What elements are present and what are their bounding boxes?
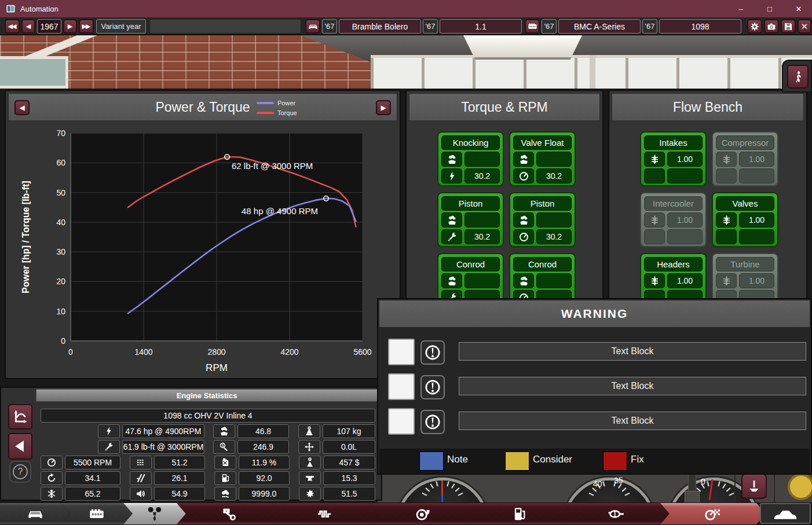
last-year-button[interactable]: ▶▶ — [79, 19, 94, 34]
warning-color-box[interactable] — [388, 408, 415, 435]
yellow-button[interactable] — [788, 473, 812, 500]
card-title: Piston — [441, 196, 500, 211]
engine-variant-field[interactable]: 1098 — [659, 19, 741, 34]
camera-icon — [767, 22, 776, 31]
svg-text:40: 40 — [56, 218, 65, 227]
tab-cylinder-head[interactable] — [123, 503, 186, 524]
tools-icon — [104, 442, 114, 452]
card-icon-box — [441, 152, 462, 167]
stat-value: 5500 RPM — [65, 456, 120, 469]
legend-label: Note — [447, 454, 468, 465]
card-value: 1.00 — [739, 212, 774, 227]
chart-title: Power & Torque — [155, 100, 250, 115]
graph-view-button[interactable] — [8, 404, 32, 429]
screenshot-button[interactable] — [764, 19, 779, 34]
prev-graph-button[interactable]: ◀ — [14, 100, 30, 115]
legend-item: Torque — [257, 108, 297, 118]
failure-cloud-icon — [518, 154, 529, 165]
card-value — [464, 273, 500, 288]
next-year-button[interactable]: ▶ — [63, 19, 77, 34]
radiator-icon-box — [130, 456, 152, 469]
legend-label: Torque — [277, 109, 297, 116]
snowflake-icon-box — [41, 487, 63, 501]
car-overview-button[interactable] — [760, 503, 811, 524]
engine-family-button[interactable] — [525, 19, 540, 34]
warning-icon-button[interactable] — [420, 410, 445, 434]
toolbar-spacer — [149, 19, 301, 34]
card-title: Valve Float — [513, 135, 572, 150]
gear-icon — [750, 22, 759, 31]
engine-statistics-header: Engine Statistics — [36, 389, 378, 402]
legend-swatch — [257, 112, 274, 114]
card-icon-box — [644, 212, 665, 227]
stat-value: 0.0L — [323, 440, 375, 454]
year-display: 1967 — [37, 19, 61, 34]
warning-color-box[interactable] — [388, 373, 415, 400]
muffler-icon — [608, 506, 624, 522]
prev-year-button[interactable]: ◀ — [21, 19, 35, 34]
card-icon-box — [644, 273, 665, 288]
card-value — [536, 273, 572, 288]
card-value: 1.00 — [739, 273, 774, 288]
minimize-button[interactable]: – — [727, 0, 754, 17]
card-empty-box — [644, 229, 665, 244]
settings-button[interactable] — [747, 19, 762, 34]
variant-year-button[interactable]: Variant year — [96, 19, 146, 34]
fuel-pump-icon — [220, 473, 231, 483]
collapse-button[interactable] — [8, 433, 32, 460]
save-button[interactable] — [781, 19, 796, 34]
chart-header: ◀ Power & Torque PowerTorque ▶ — [8, 93, 397, 121]
designer-tab-bar — [0, 502, 812, 525]
exit-button[interactable]: ✕ — [798, 19, 811, 34]
person-dollar-icon-box: $ — [299, 456, 321, 469]
stat-value: 15.3 — [323, 471, 375, 485]
dyno-icon — [705, 506, 721, 522]
valve-icon — [747, 479, 762, 494]
next-graph-button[interactable]: ▶ — [376, 100, 391, 115]
first-year-button[interactable]: ◀◀ — [5, 19, 20, 34]
rotation-icon-box — [41, 471, 63, 485]
tab-exhaust[interactable] — [563, 503, 670, 524]
tab-car[interactable] — [0, 503, 70, 524]
maximize-button[interactable]: □ — [756, 0, 783, 17]
svg-text:60: 60 — [56, 158, 65, 167]
tab-dyno[interactable] — [660, 503, 766, 524]
chart-legend: PowerTorque — [257, 98, 297, 118]
tab-engine-block[interactable] — [61, 503, 133, 524]
speaker-icon — [136, 489, 146, 499]
torque-rpm-card-valve-float: Valve Float30.2 — [509, 131, 576, 186]
warning-icon-button[interactable] — [420, 340, 445, 365]
tab-fuel-system[interactable] — [466, 503, 572, 524]
warning-text-block: Text Block — [459, 377, 806, 395]
light-fixture — [463, 35, 582, 60]
automation-window: Automation – □ ✕ ◀◀ ◀ 1967 ▶ ▶▶ Variant … — [0, 0, 812, 525]
walk-away-button[interactable] — [787, 65, 809, 89]
svg-text:50: 50 — [56, 188, 65, 197]
test-drive-tab — [782, 60, 812, 93]
card-icon-box — [716, 152, 737, 167]
card-value — [536, 212, 572, 227]
card-icon-box — [513, 212, 534, 227]
help-button[interactable]: ? — [9, 461, 31, 483]
warning-color-box[interactable] — [388, 339, 415, 365]
tab-bottom-end[interactable] — [177, 503, 281, 524]
graph-axes-icon — [12, 409, 28, 425]
flow-bench-card-compressor: Compressor1.00 — [712, 131, 778, 186]
airflow-icon — [721, 154, 732, 165]
title-bar: Automation – □ ✕ — [0, 0, 812, 17]
warn-icon — [425, 379, 441, 395]
tab-aspiration[interactable] — [370, 503, 476, 524]
svg-text:$: $ — [309, 457, 311, 461]
close-button[interactable]: ✕ — [785, 0, 812, 17]
car-model-button[interactable] — [305, 19, 320, 34]
model-name-field[interactable]: Bramble Bolero — [339, 19, 421, 34]
card-icon-box — [441, 229, 462, 244]
engine-family-field[interactable]: BMC A-Series — [558, 19, 641, 34]
warning-icon-button[interactable] — [420, 375, 445, 399]
valve-button[interactable] — [741, 473, 767, 499]
tab-crankshaft[interactable] — [272, 503, 379, 524]
trim-name-field[interactable]: 1.1 — [440, 19, 522, 34]
slider-thumb[interactable] — [685, 491, 700, 502]
svg-text:0: 0 — [61, 336, 65, 346]
card-title: Conrod — [441, 257, 500, 271]
